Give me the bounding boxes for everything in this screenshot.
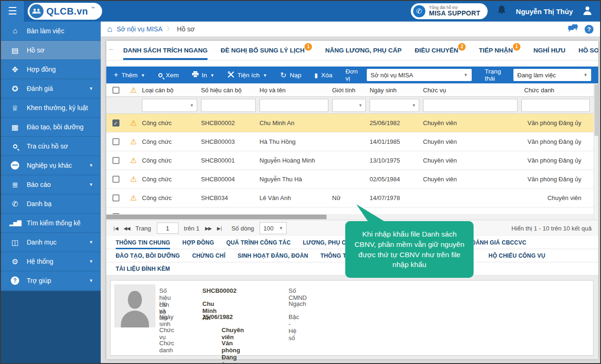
row-checkbox[interactable] bbox=[112, 194, 119, 201]
filter-loai-can-bo[interactable]: ▼ bbox=[142, 99, 197, 112]
col-chuc-vu[interactable]: Chức vụ bbox=[423, 87, 521, 94]
sidebar-item-bao-cao[interactable]: ≣ Báo cáo ▼ bbox=[1, 175, 101, 194]
utilities-button[interactable]: Tiện ích▼ bbox=[228, 71, 267, 79]
next-page-button[interactable]: ▶▶ bbox=[205, 226, 211, 231]
help-question-icon[interactable]: ? bbox=[585, 25, 594, 34]
table-row[interactable]: ⚠ Công chức SHCB00004 Nguyễn Thu Hà 02/0… bbox=[106, 170, 594, 189]
app-logo[interactable]: QLCB.vn ™ bbox=[28, 3, 102, 20]
sidebar-item-nghiep-vu-khac[interactable]: ••• Nghiệp vụ khác ▼ bbox=[1, 156, 101, 175]
table-row[interactable]: ⚠ bbox=[106, 208, 594, 214]
view-button[interactable]: Xem bbox=[158, 72, 179, 79]
user-name[interactable]: Nguyễn Thị Thủy bbox=[516, 7, 573, 15]
sidebar-item-he-thong[interactable]: ⚙ Hệ thống ▼ bbox=[1, 252, 101, 271]
report-icon: ≣ bbox=[9, 180, 21, 189]
chat-icon[interactable] bbox=[568, 24, 578, 34]
sidebar-item-dao-tao[interactable]: ▦ Đào tạo, bồi dưỡng bbox=[1, 118, 101, 137]
filter-so-hieu[interactable] bbox=[201, 99, 256, 112]
prev-page-button[interactable]: ◀◀ bbox=[124, 226, 130, 231]
table-row[interactable]: ⚠ Công chức SHCB034 Lê Vân Anh Nữ 14/07/… bbox=[106, 189, 594, 208]
medal-icon: ✪ bbox=[9, 84, 21, 93]
add-button[interactable]: +Thêm▼ bbox=[114, 71, 145, 79]
row-checkbox[interactable] bbox=[112, 157, 119, 164]
scrollbar-thumb[interactable] bbox=[106, 215, 326, 219]
sidebar-item-hop-dong[interactable]: ✥ Hợp đồng bbox=[1, 60, 101, 79]
tab-nghi-huu[interactable]: NGHỈ HƯU bbox=[534, 41, 565, 60]
col-so-hieu-can-bo[interactable]: Số hiệu cán bộ bbox=[201, 87, 260, 94]
detail-tab-sinh-hoat-dang-doan[interactable]: SINH HOẠT ĐẢNG, ĐOÀN bbox=[237, 249, 308, 262]
chevron-down-icon: ▼ bbox=[89, 259, 93, 264]
sidebar-item-ho-so[interactable]: ▤ Hồ sơ bbox=[1, 41, 101, 60]
home-icon[interactable]: ⌂ bbox=[107, 25, 112, 33]
row-checkbox[interactable]: ✓ bbox=[112, 119, 119, 126]
last-page-button[interactable]: ▶∣ bbox=[217, 226, 222, 231]
misa-support-button[interactable]: ✆ Tổng đài hỗ trợ MISA SUPPORT bbox=[411, 3, 488, 19]
rows-per-page-dropdown[interactable]: 100▼ bbox=[260, 222, 287, 234]
user-avatar-icon[interactable] bbox=[582, 5, 593, 17]
tabs-scroll-left-icon[interactable]: ← bbox=[108, 45, 115, 52]
notification-bell-icon[interactable] bbox=[497, 5, 506, 17]
field-label: Chức danh bbox=[159, 340, 174, 354]
sidebar-item-khen-thuong[interactable]: ♕ Khen thưởng, kỷ luật bbox=[1, 98, 101, 118]
row-checkbox[interactable] bbox=[112, 138, 119, 145]
contacts-icon: ✆ bbox=[9, 200, 21, 208]
sidebar-item-danh-ba[interactable]: ✆ Danh bạ bbox=[1, 194, 101, 214]
detail-tab-chung-chi[interactable]: CHỨNG CHỈ bbox=[192, 249, 225, 262]
col-loai-can-bo[interactable]: Loại cán bộ bbox=[142, 87, 201, 94]
sidebar-item-label: Đánh giá bbox=[27, 85, 53, 92]
print-button[interactable]: In▼ bbox=[192, 71, 215, 79]
status-dropdown[interactable]: Đang làm việc▼ bbox=[513, 69, 591, 81]
page-label: Trang bbox=[135, 225, 151, 232]
logo-text: QLCB.vn bbox=[46, 6, 88, 17]
hamburger-menu-icon[interactable]: ☰ bbox=[1, 1, 24, 22]
col-chuc-danh[interactable]: Chức danh bbox=[521, 87, 594, 94]
sidebar-item-tro-giup[interactable]: ? Trợ giúp ▼ bbox=[1, 271, 101, 290]
filter-ngay-sinh[interactable]: ▼ bbox=[370, 99, 419, 112]
tab-danh-sach-trich-ngang[interactable]: DANH SÁCH TRÍCH NGANG bbox=[123, 41, 208, 60]
detail-tab-ho-chieu-cong-vu[interactable]: HỘ CHIẾU CÔNG VỤ bbox=[489, 249, 545, 262]
col-ho-va-ten[interactable]: Họ và tên bbox=[260, 87, 332, 94]
filter-gioi-tinh[interactable]: ▼ bbox=[332, 99, 366, 112]
sidebar-item-danh-gia[interactable]: ✪ Đánh giá ▼ bbox=[1, 79, 101, 98]
warning-icon: ⚠ bbox=[125, 119, 142, 127]
scrollbar-thumb[interactable] bbox=[594, 84, 598, 136]
table-row[interactable]: ✓ ⚠ Công chức SHCB00002 Chu Minh An 25/0… bbox=[106, 114, 594, 133]
tab-de-nghi-bo-sung-ly-lich[interactable]: ĐỀ NGHỊ BỔ SUNG LÝ LỊCH1 bbox=[221, 41, 312, 60]
table-filter-row: ▼ ▼ ▼ bbox=[106, 97, 594, 114]
results-summary: Hiển thị 1 - 10 trên 10 kết quả bbox=[512, 225, 592, 232]
chevron-down-icon: ▼ bbox=[89, 182, 93, 187]
first-page-button[interactable]: ∣◀ bbox=[113, 226, 118, 231]
field-label: Ngạch bbox=[289, 300, 306, 307]
page-input[interactable] bbox=[157, 223, 178, 234]
unit-dropdown[interactable]: Sở nội vụ MISA▼ bbox=[367, 69, 472, 81]
detail-tab-tai-lieu-dinh-kem[interactable]: TÀI LIỆU ĐÍNH KÈM bbox=[116, 262, 170, 275]
table-row[interactable]: ⚠ Công chức SHCB00001 Nguyễn Hoàng Minh … bbox=[106, 151, 594, 170]
reload-button[interactable]: ↻Nạp bbox=[280, 71, 301, 80]
table-row[interactable]: ⚠ Công chức SHCB00003 Hà Thu Hồng 14/01/… bbox=[106, 133, 594, 151]
trophy-icon: ♕ bbox=[9, 104, 21, 112]
delete-button[interactable]: ▮Xóa bbox=[314, 72, 332, 79]
detail-tab-hop-dong[interactable]: HỢP ĐỒNG bbox=[182, 236, 214, 249]
col-ngay-sinh[interactable]: Ngày sinh bbox=[370, 87, 423, 94]
detail-tab-qua-trinh-cong-tac[interactable]: QUÁ TRÌNH CÔNG TÁC bbox=[226, 236, 291, 249]
sidebar-item-tim-kiem-thong-ke[interactable]: ▂▅▇ Tìm kiếm thống kê bbox=[1, 214, 101, 233]
filter-chuc-danh[interactable] bbox=[521, 99, 590, 112]
vertical-scrollbar[interactable] bbox=[594, 83, 598, 220]
detail-tab-dao-tao-boi-duong[interactable]: ĐÀO TẠO, BỒI DƯỠNG bbox=[116, 249, 180, 262]
filter-chuc-vu[interactable] bbox=[423, 99, 518, 112]
breadcrumb-root[interactable]: Sở nội vụ MISA bbox=[117, 25, 163, 33]
filter-ho-ten[interactable] bbox=[260, 99, 328, 112]
horizontal-scrollbar[interactable] bbox=[106, 214, 594, 220]
col-gioi-tinh[interactable]: Giới tính bbox=[332, 87, 370, 94]
tabs-scroll-right-icon[interactable]: → bbox=[586, 46, 593, 54]
detail-tab-danh-gia-cbccvc[interactable]: ĐÁNH GIÁ CBCCVC bbox=[472, 236, 527, 249]
tab-tiep-nhan[interactable]: TIẾP NHẬN1 bbox=[479, 41, 520, 60]
sidebar-item-danh-muc[interactable]: ◫ Danh mục ▼ bbox=[1, 233, 101, 252]
detail-tab-thong-tin-chung[interactable]: THÔNG TIN CHUNG bbox=[116, 236, 170, 249]
chevron-down-icon: ▼ bbox=[584, 73, 588, 77]
tab-nang-luong-phu-cap[interactable]: NÂNG LƯƠNG, PHỤ CẤP bbox=[325, 41, 401, 60]
sidebar-item-ban-lam-viec[interactable]: ⌂ Bàn làm việc bbox=[1, 22, 101, 41]
row-checkbox[interactable] bbox=[112, 176, 119, 183]
sidebar-item-tra-cuu[interactable]: Tra cứu hồ sơ bbox=[1, 137, 101, 156]
select-all-checkbox[interactable] bbox=[112, 87, 119, 94]
tab-dieu-chuyen[interactable]: ĐIỀU CHUYỂN2 bbox=[415, 41, 466, 60]
